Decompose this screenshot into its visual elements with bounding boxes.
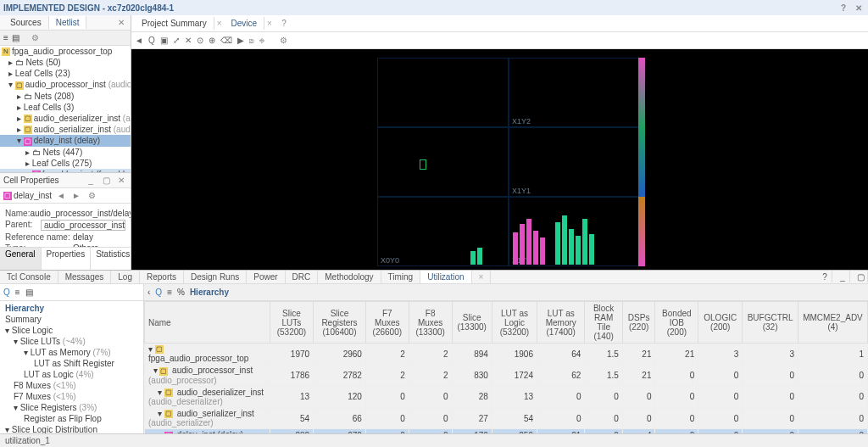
nav-f8[interactable]: F8 Muxes (<1%) (3, 380, 140, 391)
nav-f7[interactable]: F7 Muxes (<1%) (3, 391, 140, 402)
tree-ap-leaf[interactable]: ▸ Leaf Cells (3) (0, 102, 131, 113)
tb-x[interactable]: ✕ (185, 36, 192, 45)
nav-sreg[interactable]: ▾ Slice Registers (3%) (3, 402, 140, 413)
col-header[interactable]: LUT as Logic (53200) (492, 302, 537, 344)
tab-drc[interactable]: DRC (286, 271, 319, 283)
collapse-icon[interactable]: ‹ (147, 288, 150, 297)
tb-t5[interactable]: ⎄ (249, 36, 254, 45)
lbl-ref: Reference name: (5, 232, 73, 242)
tab-rep[interactable]: Reports (140, 271, 184, 283)
col-header[interactable]: F8 Muxes (13300) (409, 302, 452, 344)
close-panel-icon[interactable]: ✕ (115, 17, 127, 29)
col-header[interactable]: Bonded IOB (200) (655, 302, 698, 344)
lbl-parent: Parent: (5, 220, 41, 231)
nav-raff[interactable]: Register as Flip Flop (3, 413, 140, 424)
tb-t3[interactable]: ⌫ (220, 36, 232, 45)
maximize-icon[interactable]: ▢ (100, 175, 112, 187)
tab-meth[interactable]: Methodology (318, 271, 381, 283)
nav-lutmem[interactable]: ▾ LUT as Memory (7%) (3, 347, 140, 358)
tb-nav[interactable]: ◄ (135, 36, 143, 45)
close-icon[interactable]: ✕ (115, 175, 127, 187)
tb-full[interactable]: ⤢ (173, 36, 180, 45)
prev-icon[interactable]: ◄ (55, 190, 67, 202)
table-row[interactable]: ▾ ▢ audio_deserializer_inst (audio_deser… (145, 386, 868, 407)
col-header[interactable]: F7 Muxes (26600) (365, 302, 409, 344)
col-header[interactable]: LUT as Memory (17400) (537, 302, 585, 344)
search-icon[interactable]: Q (3, 288, 10, 297)
expand-icon[interactable]: ▤ (12, 33, 19, 42)
tb-t2[interactable]: ⊕ (209, 36, 215, 45)
next-icon[interactable]: ► (70, 190, 82, 202)
gear-icon[interactable]: ⚙ (30, 32, 42, 44)
tab-pow[interactable]: Power (247, 271, 285, 283)
tree-adese[interactable]: ▸ ▢audio_deserializer_inst (audio_deseri… (0, 113, 131, 124)
col-header[interactable]: DSPs (220) (622, 302, 655, 344)
nav-sl[interactable]: ▾ Slice Logic (3, 325, 140, 336)
col-header[interactable]: BUFGCTRL (32) (743, 302, 798, 344)
nav-hier[interactable]: Hierarchy (3, 303, 140, 314)
collapse-all-icon[interactable]: ≡ (15, 288, 20, 297)
table-row[interactable]: ▾ ▢ fpga_audio_processor_top197029602289… (145, 344, 868, 365)
cp-tab-gen[interactable]: General (0, 248, 42, 270)
tab-sources[interactable]: Sources (3, 16, 49, 29)
tab-dr[interactable]: Design Runs (184, 271, 247, 283)
val-parent[interactable]: audio_processor_inst (41, 220, 125, 231)
tab-device[interactable]: Device (225, 17, 265, 30)
search-icon[interactable]: Q (155, 288, 162, 297)
col-header[interactable]: Slice LUTs (53200) (270, 302, 313, 344)
bottom-tabs: Tcl Console Messages Log Reports Design … (0, 271, 868, 284)
minimize-icon[interactable]: _ (85, 175, 97, 187)
col-header[interactable]: Slice (13300) (452, 302, 492, 344)
table-row[interactable]: ▾ ▢ audio_processor_inst (audio_processo… (145, 365, 868, 386)
col-header[interactable]: Name (145, 302, 270, 344)
util-nav: Hierarchy Summary ▾ Slice Logic ▾ Slice … (0, 301, 143, 433)
table-row[interactable]: ▾ ▢ audio_serializer_inst (audio_seriali… (145, 408, 868, 429)
cp-tab-stat[interactable]: Statistics (91, 248, 136, 270)
collapse-icon[interactable]: ≡ (3, 33, 8, 42)
gear-icon[interactable]: ⚙ (278, 35, 290, 47)
tb-t1[interactable]: ⊙ (197, 36, 203, 45)
close-icon[interactable]: ▢ (854, 271, 868, 282)
min-icon[interactable]: ? (818, 271, 832, 282)
close-icon[interactable]: ✕ (853, 2, 865, 14)
tab-netlist[interactable]: Netlist (49, 16, 87, 29)
tab-tcl[interactable]: Tcl Console (0, 271, 58, 283)
tree-leaf[interactable]: ▸ Leaf Cells (23) (0, 68, 131, 79)
gear-icon[interactable]: ⚙ (86, 190, 97, 202)
tree-nets[interactable]: ▸ 🗀 Nets (50) (0, 57, 131, 68)
cp-tab-prop[interactable]: Properties (42, 248, 92, 270)
tree-aser[interactable]: ▸ ▢audio_serializer_inst (audio_serializ… (0, 124, 131, 135)
nav-sld[interactable]: ▾ Slice Logic Distribution (3, 424, 140, 433)
col-icon[interactable]: ≡ (167, 288, 172, 297)
tb-fit[interactable]: ▣ (160, 36, 168, 45)
tree-ap[interactable]: ▾ ▢audio_processor_inst (audio_processor… (0, 79, 131, 90)
nav-sr[interactable]: LUT as Shift Register (3, 358, 140, 369)
tab-log[interactable]: Log (111, 271, 140, 283)
tree-d-leaf[interactable]: ▸ Leaf Cells (275) (0, 158, 131, 169)
nav-sum[interactable]: Summary (3, 314, 140, 325)
device-view[interactable]: X0Y0 X1Y0 X1Y1 X1Y2 (131, 49, 868, 270)
help-icon[interactable]: ? (837, 2, 849, 14)
perc-icon[interactable]: % (177, 288, 185, 297)
tb-t4[interactable]: ▶ (237, 36, 244, 45)
nav-lutlog[interactable]: LUT as Logic (4%) (3, 369, 140, 380)
max-icon[interactable]: _ (836, 271, 850, 282)
col-header[interactable]: Slice Registers (106400) (314, 302, 366, 344)
tree-root[interactable]: Nfpga_audio_processor_top (0, 46, 131, 57)
expand-all-icon[interactable]: ▤ (25, 288, 33, 297)
tab-proj-summary[interactable]: Project Summary (135, 17, 214, 30)
tree-delay[interactable]: ▾ ▢delay_inst (delay) (0, 135, 131, 146)
gear-icon[interactable]: ? (278, 18, 290, 30)
tb-zoom[interactable]: Q (148, 36, 155, 45)
device-toolbar: ◄ Q ▣ ⤢ ✕ ⊙ ⊕ ⌫ ▶ ⎄ ⎆ ⚙ (131, 32, 868, 49)
tab-msg[interactable]: Messages (58, 271, 112, 283)
col-header[interactable]: OLOGIC (200) (698, 302, 743, 344)
col-header[interactable]: MMCME2_ADV (4) (798, 302, 868, 344)
tab-tim[interactable]: Timing (381, 271, 421, 283)
col-header[interactable]: Block RAM Tile (140) (585, 302, 622, 344)
tab-util[interactable]: Utilization (420, 271, 471, 283)
nav-sluts[interactable]: ▾ Slice LUTs (~4%) (3, 336, 140, 347)
tb-t6[interactable]: ⎆ (259, 36, 264, 45)
tree-ap-nets[interactable]: ▸ 🗀 Nets (208) (0, 91, 131, 102)
tree-d-nets[interactable]: ▸ 🗀 Nets (447) (0, 147, 131, 158)
